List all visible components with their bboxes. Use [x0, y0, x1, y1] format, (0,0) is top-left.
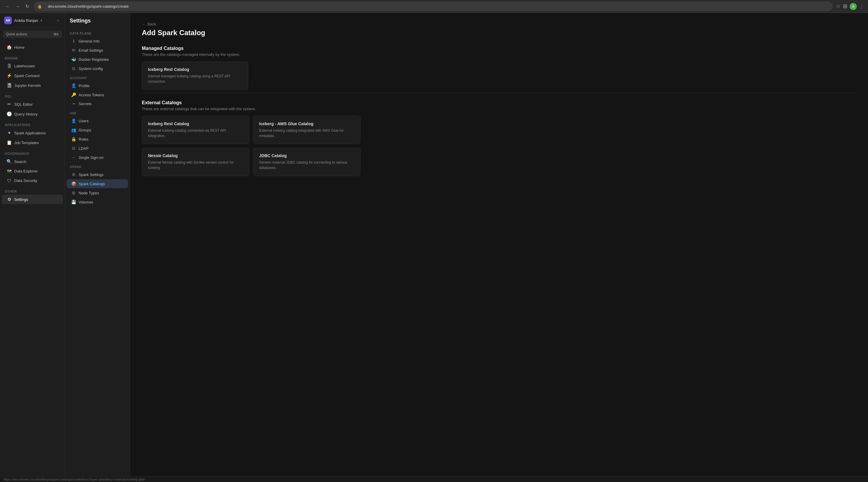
back-arrow-icon: ←	[142, 22, 146, 26]
avatar: AR	[4, 17, 12, 24]
menu-icon[interactable]: ⋮	[859, 3, 864, 10]
settings-section-data-plane: Data Plane	[65, 29, 130, 36]
sidebar-header: AR Ankita Ranjan ▾ ‹	[0, 13, 65, 28]
catalog-card-title: Iceberg Rest Catalog	[148, 121, 243, 126]
users-icon: 👤	[71, 119, 76, 123]
sidebar-item-sql-editor[interactable]: ✏ SQL Editor	[2, 99, 63, 109]
sidebar-item-spark-connect[interactable]: ⚡ Spark Connect	[2, 71, 63, 80]
catalog-card-managed-iceberg-rest[interactable]: Iceberg Rest Catalog Internal managed Ic…	[142, 61, 248, 90]
sidebar-item-job-templates[interactable]: 📋 Job Templates	[2, 138, 63, 148]
managed-catalogs-grid: Iceberg Rest Catalog Internal managed Ic…	[142, 61, 248, 90]
settings-icon: ⚙	[6, 197, 12, 202]
sidebar-item-label: Job Templates	[14, 140, 39, 145]
settings-sidebar: Settings Data Plane ℹ General Info ✉ Ema…	[65, 13, 130, 476]
status-url: https://dev.iomete.cloud/settings/spark-…	[4, 478, 145, 481]
settings-item-groups[interactable]: 👥 Groups	[67, 126, 128, 134]
general-info-icon: ℹ	[71, 39, 76, 43]
sql-editor-icon: ✏	[6, 102, 12, 107]
lakehouses-icon: 🗄	[6, 64, 12, 68]
chevron-down-icon: ▾	[40, 19, 42, 23]
settings-item-single-sign-on[interactable]: → Single Sign-on	[67, 153, 128, 162]
settings-item-label: Spark Catalogs	[79, 182, 105, 186]
settings-item-label: Node Types	[79, 191, 99, 195]
settings-item-general-info[interactable]: ℹ General Info	[67, 37, 128, 45]
sidebar-item-label: Settings	[14, 197, 28, 202]
settings-item-ldap[interactable]: ⊟ LDAP	[67, 144, 128, 153]
ldap-icon: ⊟	[71, 146, 76, 151]
app-container: AR Ankita Ranjan ▾ ‹ Quick actions ⌘K 🏠 …	[0, 13, 868, 476]
query-history-icon: 🕐	[6, 111, 12, 117]
sidebar-item-search[interactable]: 🔍 Search	[2, 157, 63, 166]
settings-item-label: System config	[79, 66, 103, 71]
catalog-card-iceberg-aws-glue[interactable]: Iceberg - AWS Glue Catalog External Iceb…	[253, 116, 361, 144]
reload-button[interactable]: ↻	[24, 3, 31, 10]
bookmark-icon[interactable]: ☆	[836, 3, 840, 10]
catalog-card-title: Iceberg - AWS Glue Catalog	[259, 121, 354, 126]
catalog-card-external-iceberg-rest[interactable]: Iceberg Rest Catalog External Iceberg ca…	[142, 116, 249, 144]
sidebar-item-settings[interactable]: ⚙ Settings	[2, 195, 63, 204]
settings-item-label: Docker Registries	[79, 57, 109, 62]
system-config-icon: ⊟	[71, 66, 76, 71]
catalog-card-desc: Generic external JDBC catalog for connec…	[259, 160, 354, 170]
settings-item-node-types[interactable]: ⊞ Node Types	[67, 188, 128, 197]
sidebar-item-label: Jupyter Kernels	[14, 83, 41, 88]
nav-section-sql: SQL	[0, 90, 65, 99]
sidebar-collapse-button[interactable]: ‹	[56, 17, 61, 24]
sidebar-item-label: Home	[14, 45, 25, 50]
home-icon: 🏠	[6, 44, 12, 50]
username: Ankita Ranjan	[14, 18, 38, 23]
browser-navigation[interactable]: ← → ↻	[4, 3, 31, 10]
sidebar-item-label: Data Security	[14, 179, 37, 183]
jupyter-icon: 📓	[6, 83, 12, 88]
back-button[interactable]: ←	[4, 3, 12, 10]
forward-button[interactable]: →	[13, 3, 22, 10]
settings-item-volumes[interactable]: 💾 Volumes	[67, 198, 128, 206]
spark-connect-icon: ⚡	[6, 73, 12, 78]
external-catalogs-heading: External Catalogs	[142, 100, 856, 105]
back-link[interactable]: ← Back	[142, 22, 856, 26]
sidebar-item-data-explorer[interactable]: 🗺 Data Explorer	[2, 167, 63, 176]
nav-section-other: Other	[0, 186, 65, 194]
sidebar-item-spark-applications[interactable]: ✦ Spark Applications	[2, 128, 63, 138]
settings-item-access-tokens[interactable]: 🔑 Access Tokens	[67, 90, 128, 99]
groups-icon: 👥	[71, 128, 76, 132]
settings-item-system-config[interactable]: ⊟ System config	[67, 64, 128, 73]
sidebar-item-data-security[interactable]: 🛡 Data Security	[2, 176, 63, 185]
catalog-card-title: Iceberg Rest Catalog	[148, 67, 242, 72]
catalog-card-nessie[interactable]: Nessie Catalog External Nessie catalog w…	[142, 148, 249, 176]
nav-section-applications: Applications	[0, 119, 65, 128]
settings-section-iam: IAM	[65, 108, 130, 116]
settings-item-secrets[interactable]: ••• Secrets	[67, 99, 128, 108]
catalog-card-title: JDBC Catalog	[259, 153, 354, 158]
settings-item-label: Access Tokens	[79, 93, 104, 97]
quick-actions-button[interactable]: Quick actions ⌘K	[3, 30, 62, 38]
node-types-icon: ⊞	[71, 191, 76, 195]
settings-item-label: Volumes	[79, 200, 93, 204]
back-link-label: Back	[148, 22, 156, 26]
settings-item-users[interactable]: 👤 Users	[67, 116, 128, 125]
sidebar-item-label: Search	[14, 159, 26, 164]
user-info[interactable]: AR Ankita Ranjan ▾	[4, 17, 42, 24]
settings-item-docker-registries[interactable]: 🐳 Docker Registries	[67, 55, 128, 64]
settings-item-roles[interactable]: 🔒 Roles	[67, 135, 128, 143]
spark-apps-icon: ✦	[6, 130, 12, 135]
settings-item-profile[interactable]: 👤 Profile	[67, 81, 128, 90]
settings-item-label: Secrets	[79, 102, 92, 106]
sidebar-item-lakehouses[interactable]: 🗄 Lakehouses	[2, 61, 63, 71]
settings-title: Settings	[65, 18, 130, 29]
settings-item-spark-catalogs[interactable]: 📦 Spark Catalogs	[67, 179, 128, 188]
catalog-card-title: Nessie Catalog	[148, 153, 243, 158]
managed-catalogs-desc: These are the catalogs managed internall…	[142, 52, 856, 57]
external-catalogs-grid: Iceberg Rest Catalog External Iceberg ca…	[142, 116, 361, 176]
catalog-card-jdbc[interactable]: JDBC Catalog Generic external JDBC catal…	[253, 148, 361, 176]
settings-item-email-settings[interactable]: ✉ Email Settings	[67, 46, 128, 55]
extensions-icon[interactable]: ⊞	[843, 3, 847, 10]
address-bar[interactable]	[44, 3, 829, 10]
sidebar-item-home[interactable]: 🏠 Home	[2, 42, 63, 52]
catalog-card-desc: External Nessie catalog with Git-like ve…	[148, 160, 243, 170]
sidebar-item-jupyter-kernels[interactable]: 📓 Jupyter Kernels	[2, 81, 63, 90]
settings-item-spark-settings[interactable]: ⚙ Spark Settings	[67, 170, 128, 179]
spark-catalogs-icon: 📦	[71, 181, 76, 186]
profile-icon[interactable]: A	[850, 3, 857, 10]
sidebar-item-query-history[interactable]: 🕐 Query History	[2, 109, 63, 119]
